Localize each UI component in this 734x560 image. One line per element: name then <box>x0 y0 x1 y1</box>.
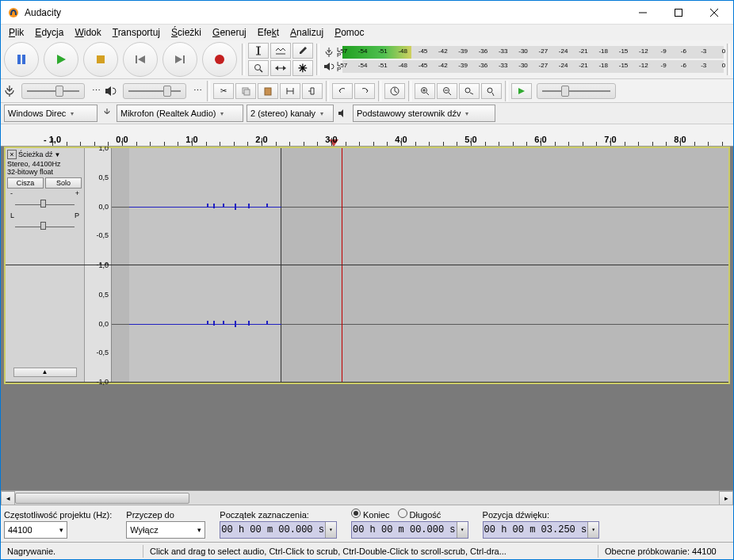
undo-button[interactable] <box>332 83 353 99</box>
menu-edit[interactable]: Edycja <box>30 25 68 40</box>
playback-volume-slider[interactable] <box>123 83 186 99</box>
recording-device-dropdown[interactable]: Mikrofon (Realtek Audio)▾ <box>117 105 243 122</box>
selection-end-field[interactable]: 00 h 00 m 00.000 s▾ <box>351 521 468 539</box>
svg-rect-9 <box>136 55 137 63</box>
svg-marker-7 <box>57 55 66 64</box>
status-state: Nagrywanie. <box>1 545 143 558</box>
svg-rect-2 <box>675 9 682 16</box>
scroll-left-button[interactable]: ◂ <box>1 491 15 505</box>
waveform-display[interactable] <box>112 265 728 382</box>
menu-generate[interactable]: Generuj <box>208 25 251 40</box>
svg-rect-27 <box>265 88 271 95</box>
track-collapse-button[interactable]: ▲ <box>13 368 77 377</box>
svg-point-41 <box>465 88 470 93</box>
skip-start-button[interactable] <box>123 42 158 77</box>
solo-button[interactable]: Solo <box>45 177 82 189</box>
envelope-tool[interactable] <box>270 43 291 59</box>
audio-track-left: × Ścieżka dź ▼ Stereo, 44100Hz 32-bitowy… <box>6 148 728 265</box>
status-bar: Nagrywanie. Click and drag to select aud… <box>1 542 733 559</box>
timeshift-tool[interactable] <box>270 60 291 76</box>
pause-button[interactable] <box>4 42 39 77</box>
pan-slider[interactable] <box>7 221 82 232</box>
horizontal-scrollbar[interactable]: ◂ ▸ <box>1 490 733 505</box>
cut-button[interactable]: ✂ <box>213 83 234 99</box>
menu-help[interactable]: Pomoc <box>330 25 369 40</box>
svg-point-18 <box>255 65 261 70</box>
svg-line-19 <box>260 70 262 72</box>
svg-marker-21 <box>275 66 278 70</box>
scroll-right-button[interactable]: ▸ <box>719 491 733 505</box>
svg-marker-11 <box>175 55 182 63</box>
playback-device-dropdown[interactable]: Podstawowy sterownik dźv▾ <box>353 105 495 122</box>
menu-effect[interactable]: Efekt <box>253 25 284 40</box>
silence-button[interactable] <box>302 83 323 99</box>
svg-line-39 <box>449 93 451 95</box>
timeline-ruler[interactable]: - 1,00,01,02,03,04,05,06,07,08,09,0 <box>1 124 733 147</box>
end-radio[interactable]: Koniec <box>351 509 390 520</box>
zoom-out-button[interactable] <box>437 83 457 99</box>
playback-cursor <box>342 148 342 265</box>
record-button[interactable] <box>202 42 237 77</box>
draw-tool[interactable] <box>292 43 313 59</box>
svg-rect-5 <box>17 55 21 64</box>
recording-volume-slider[interactable] <box>21 83 85 99</box>
paste-button[interactable] <box>258 83 278 99</box>
recording-meter[interactable]: -57-54-51-48-45-42-39-36-33-30-27-24-21-… <box>342 46 724 59</box>
window-title: Audacity <box>25 7 625 18</box>
length-radio[interactable]: Długość <box>398 509 442 520</box>
fit-selection-button[interactable] <box>459 83 480 99</box>
trim-button[interactable] <box>280 83 300 99</box>
audio-host-dropdown[interactable]: Windows Direc▾ <box>4 105 97 122</box>
track-close-button[interactable]: × <box>7 150 17 159</box>
zoom-in-button[interactable] <box>415 83 435 99</box>
svg-marker-23 <box>324 63 330 70</box>
waveform-display[interactable] <box>112 148 728 265</box>
multi-tool[interactable]: ✳ <box>292 60 313 76</box>
recording-channels-dropdown[interactable]: 2 (stereo) kanały▾ <box>247 105 334 122</box>
svg-rect-12 <box>183 55 185 63</box>
stop-button[interactable] <box>83 42 118 77</box>
gain-slider[interactable] <box>7 199 82 210</box>
zoom-tool[interactable] <box>248 60 269 76</box>
speaker-icon <box>323 61 335 72</box>
svg-point-0 <box>9 8 18 17</box>
mute-button[interactable]: Cisza <box>7 177 44 189</box>
svg-line-33 <box>395 91 397 93</box>
track-menu-dropdown[interactable]: Ścieżka dź ▼ <box>18 150 60 158</box>
track-format-label: Stereo, 44100Hz <box>7 160 82 168</box>
menu-transport[interactable]: Transportuj <box>108 25 165 40</box>
close-button[interactable] <box>696 1 732 24</box>
scroll-thumb[interactable] <box>15 493 189 504</box>
menu-tracks[interactable]: Ścieżki <box>166 25 206 40</box>
maximize-button[interactable] <box>660 1 696 24</box>
skip-end-button[interactable] <box>162 42 197 77</box>
copy-button[interactable] <box>235 83 256 99</box>
title-bar: Audacity <box>1 1 733 25</box>
app-icon <box>7 6 20 19</box>
minimize-button[interactable] <box>625 1 660 24</box>
svg-point-43 <box>487 88 492 93</box>
svg-marker-46 <box>338 109 343 117</box>
redo-button[interactable] <box>354 83 375 99</box>
selection-start-field[interactable]: 00 h 00 m 00.000 s▾ <box>220 521 337 539</box>
selection-start-label: Początek zaznaczenia: <box>220 510 337 520</box>
playback-speed-slider[interactable] <box>537 83 616 99</box>
track-bit-label: 32-bitowy float <box>7 168 82 176</box>
svg-marker-10 <box>138 55 145 63</box>
svg-line-42 <box>470 93 473 94</box>
snap-dropdown[interactable]: Wyłącz▾ <box>126 521 205 539</box>
play-button[interactable] <box>44 42 78 77</box>
project-rate-dropdown[interactable]: 44100▾ <box>4 521 67 539</box>
audio-position-field[interactable]: 00 h 00 m 03.250 s▾ <box>483 521 600 539</box>
fit-project-button[interactable] <box>481 83 502 99</box>
speaker-icon <box>337 107 350 120</box>
playback-meter[interactable]: -57-54-51-48-45-42-39-36-33-30-27-24-21-… <box>342 60 724 73</box>
vertical-scale: 1,00,50,0-0,5-1,0 <box>85 148 112 265</box>
svg-line-44 <box>492 93 494 96</box>
play-at-speed-button[interactable] <box>511 83 532 99</box>
menu-analyze[interactable]: Analizuj <box>285 25 328 40</box>
menu-view[interactable]: Widok <box>70 25 105 40</box>
menu-file[interactable]: Plik <box>4 25 29 40</box>
selection-tool[interactable] <box>248 43 269 59</box>
sync-lock-button[interactable] <box>384 83 405 99</box>
